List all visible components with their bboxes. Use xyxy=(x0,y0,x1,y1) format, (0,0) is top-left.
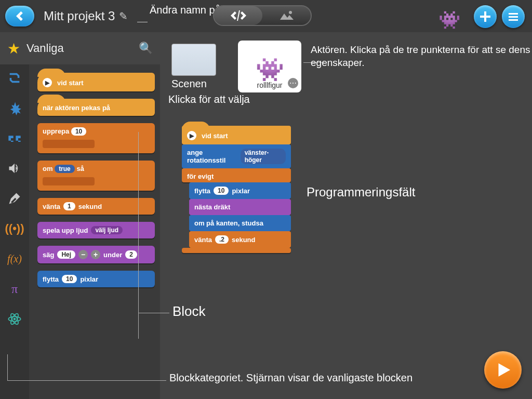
palette-title: Vanliga xyxy=(26,42,139,55)
category-sound-icon[interactable] xyxy=(6,160,23,177)
block-upprepa[interactable]: upprepa 10 xyxy=(37,123,155,153)
menu-button[interactable] xyxy=(502,5,525,28)
block-palette: ▶vid start när aktören pekas på upprepa … xyxy=(29,64,160,399)
block-label: så xyxy=(76,165,84,172)
block-flytta[interactable]: flytta 10 pixlar xyxy=(37,271,155,287)
category-loops-icon[interactable] xyxy=(6,70,23,86)
scene-label: Scenen xyxy=(171,78,207,90)
actor-sprite-icon: 👾 xyxy=(256,58,284,81)
block-label: under xyxy=(103,251,122,259)
block-label: flytta xyxy=(194,187,210,195)
block-label: vid start xyxy=(202,132,228,140)
block-value[interactable]: 10 xyxy=(62,275,77,283)
pencil-icon[interactable]: ✎ xyxy=(119,10,128,22)
block-value[interactable]: true xyxy=(55,165,75,173)
programming-canvas[interactable]: Scenen Klicka för att välja 👾 rolllfigur… xyxy=(160,32,532,399)
category-function-icon[interactable]: f(x) xyxy=(6,250,23,267)
category-broadcast-icon[interactable]: ((•)) xyxy=(6,220,23,237)
script-vanta[interactable]: vänta .2 sekund xyxy=(189,231,291,248)
code-mode[interactable] xyxy=(214,6,262,25)
annotation-line xyxy=(138,132,139,339)
minus-iconocol[interactable]: − xyxy=(78,250,88,259)
scene-thumbnail[interactable] xyxy=(171,44,216,76)
annotation-line xyxy=(7,380,166,381)
top-bar: Mitt projekt 3 ✎ Ändra namn på projektet… xyxy=(0,0,532,32)
block-label: pixlar xyxy=(80,275,98,283)
script-ange[interactable]: ange rotationsstil vänster-höger xyxy=(182,144,291,168)
block-label: om xyxy=(43,165,53,172)
plus-icon xyxy=(479,10,491,23)
block-value[interactable]: 1 xyxy=(63,202,75,210)
project-title: Mitt projekt 3 xyxy=(44,9,115,23)
block-label: pixlar xyxy=(232,187,250,195)
scene-hint: Klicka för att välja xyxy=(168,94,250,105)
block-label: ange rotationsstil xyxy=(187,149,237,164)
block-label: upprepa xyxy=(43,127,69,135)
category-rail: ((•)) f(x) π xyxy=(0,32,29,399)
script-vid-start[interactable]: ▶vid start xyxy=(182,126,291,144)
block-label: när aktören pekas på xyxy=(43,104,110,112)
block-label: för evigt xyxy=(187,172,214,180)
run-button[interactable] xyxy=(484,351,522,389)
back-button[interactable] xyxy=(5,6,34,26)
category-motion-icon[interactable] xyxy=(6,100,23,116)
annotation-line xyxy=(138,313,169,313)
block-value[interactable]: 2 xyxy=(125,250,137,259)
mode-toggle[interactable] xyxy=(213,5,312,26)
block-value[interactable]: välj ljud xyxy=(91,226,123,234)
svg-point-4 xyxy=(14,318,16,321)
mascot-icon: 👾 xyxy=(438,9,460,30)
block-label: vid start xyxy=(57,79,84,87)
script-nasta[interactable]: nästa dräkt xyxy=(189,199,291,215)
category-physics-icon[interactable] xyxy=(6,311,23,327)
block-value[interactable]: vänster-höger xyxy=(241,149,286,164)
category-pen-icon[interactable] xyxy=(6,190,23,207)
script-stack[interactable]: ▶vid start ange rotationsstil vänster-hö… xyxy=(182,126,291,253)
block-vanta[interactable]: vänta 1 sekund xyxy=(37,198,155,215)
annotation-line xyxy=(7,354,8,380)
block-label: vänta xyxy=(43,203,60,210)
palette-header: ★ Vanliga 🔍 xyxy=(0,32,160,64)
block-value[interactable]: .2 xyxy=(215,235,229,244)
script-kanten[interactable]: om på kanten, studsa xyxy=(189,215,291,231)
actor-hint: Aktören. Klicka på de tre punkterna för … xyxy=(311,44,532,69)
block-label: säg xyxy=(43,251,54,259)
block-label: spela upp ljud xyxy=(43,227,88,234)
annotation-line xyxy=(137,22,148,22)
block-value[interactable]: 10 xyxy=(71,127,86,136)
actor-name: rolllfigur xyxy=(257,81,282,89)
block-label: vänta xyxy=(194,236,212,244)
design-mode[interactable] xyxy=(262,6,311,25)
code-icon xyxy=(230,10,247,21)
play-icon: ▶ xyxy=(187,131,196,140)
category-looks-icon[interactable] xyxy=(6,130,23,147)
block-om[interactable]: om true så xyxy=(37,161,155,191)
block-label: sekund xyxy=(232,236,256,244)
plus-small-icon[interactable]: + xyxy=(91,250,100,259)
actor-menu-icon[interactable]: ⋯ xyxy=(288,78,298,88)
star-icon[interactable]: ★ xyxy=(7,40,20,57)
category-math-icon[interactable]: π xyxy=(6,281,23,297)
hamburger-icon xyxy=(507,10,520,23)
arrow-left-icon xyxy=(12,9,27,23)
block-spela-ljud[interactable]: spela upp ljud välj ljud xyxy=(37,222,155,238)
script-for-evigt[interactable]: för evigt xyxy=(182,168,291,182)
block-nar-aktoren[interactable]: när aktören pekas på xyxy=(37,99,155,116)
programming-field-label: Programmeringsfält xyxy=(307,185,415,200)
block-sag[interactable]: säg Hej − + under 2 xyxy=(37,246,155,263)
block-label: sekund xyxy=(78,203,102,210)
script-loop-end[interactable] xyxy=(182,248,291,253)
block-vid-start[interactable]: ▶vid start xyxy=(37,73,155,91)
add-button[interactable] xyxy=(474,5,497,28)
block-label: flytta xyxy=(43,275,59,283)
script-flytta[interactable]: flytta 10 pixlar xyxy=(189,182,291,199)
svg-point-0 xyxy=(289,11,292,14)
search-icon[interactable]: 🔍 xyxy=(139,42,153,55)
block-value[interactable]: Hej xyxy=(57,250,75,259)
block-label: nästa dräkt xyxy=(194,203,230,211)
block-value[interactable]: 10 xyxy=(214,187,229,195)
actor-card[interactable]: 👾 rolllfigur ⋯ xyxy=(238,41,301,92)
play-icon xyxy=(494,361,512,379)
block-annotation: Block xyxy=(172,303,206,320)
block-label: om på kanten, studsa xyxy=(194,219,263,227)
